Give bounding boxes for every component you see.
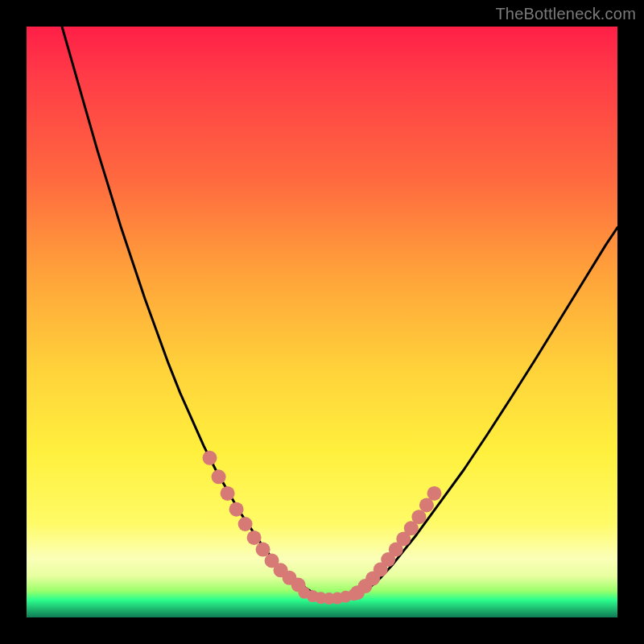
svg-point-2 [221, 486, 235, 501]
chart-frame: TheBottleneck.com [0, 0, 644, 644]
watermark-text: TheBottleneck.com [495, 5, 636, 23]
highlight-descending [203, 451, 306, 592]
svg-point-4 [238, 517, 253, 531]
curve-layer [27, 27, 617, 617]
svg-point-5 [247, 530, 262, 545]
svg-point-3 [229, 502, 244, 517]
highlight-ascending [350, 486, 442, 600]
svg-point-0 [203, 451, 217, 465]
svg-point-1 [212, 469, 226, 484]
svg-point-28 [427, 486, 442, 501]
bottleneck-curve [62, 27, 617, 599]
highlight-bottom [299, 587, 361, 605]
